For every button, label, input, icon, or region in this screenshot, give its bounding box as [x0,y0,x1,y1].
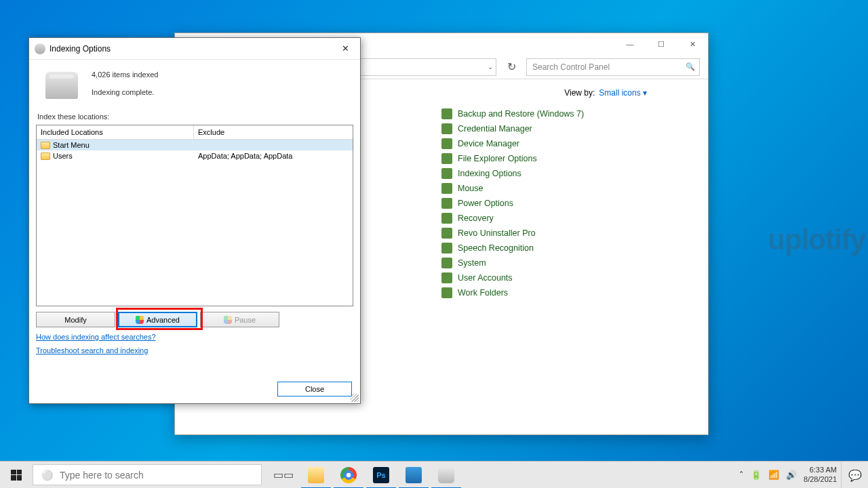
cp-item-icon [441,183,452,194]
cp-item-icon [441,138,452,149]
cp-item-label: Work Folders [458,288,508,298]
notification-button[interactable]: 💬 [841,462,868,488]
cp-item-label: Power Options [458,199,513,208]
tray-wifi-icon[interactable]: 📶 [768,470,779,480]
taskbar: ⚪ Type here to search ▭▭ Ps ˄ 🔋 📶 🔊 6:33… [0,461,868,488]
cp-item-label: Mouse [458,184,484,193]
indexing-options-dialog: Indexing Options ✕ 4,026 items indexed I… [28,37,361,404]
tray-date-text: 8/28/2021 [804,475,837,484]
folder-icon [41,152,50,160]
cp-item[interactable]: Device Manager [441,136,694,151]
taskbar-search-input[interactable]: ⚪ Type here to search [33,464,262,485]
viewby-dropdown[interactable]: Small icons ▾ [599,88,647,98]
search-icon: 🔍 [686,62,695,71]
cp-item-icon [441,123,452,134]
cp-item-label: Indexing Options [458,169,521,178]
cp-item[interactable]: Power Options [441,196,694,211]
table-row[interactable]: UsersAppData; AppData; AppData [37,150,353,161]
search-input[interactable]: Search Control Panel 🔍 [526,58,700,76]
shield-icon [224,316,232,324]
disk-icon [45,72,78,99]
cp-item[interactable]: Indexing Options [441,166,694,181]
taskbar-indexing-options[interactable] [430,462,462,489]
location-name: Users [53,152,73,160]
cp-item-label: Backup and Restore (Windows 7) [458,109,584,119]
pause-button-label: Pause [235,316,256,324]
location-name: Start Menu [53,141,90,149]
cp-item[interactable]: Speech Recognition [441,241,694,256]
tray-chevron-up-icon[interactable]: ˄ [739,470,744,480]
cp-item-icon [441,213,452,224]
cp-item-icon [441,153,452,164]
cp-item-label: File Explorer Options [458,154,537,163]
search-icon: ⚪ [41,470,53,481]
cp-item[interactable]: File Explorer Options [441,151,694,166]
cp-item-label: System [458,258,486,268]
viewby-label: View by: [564,88,595,98]
tray-time-text: 6:33 AM [804,466,837,474]
modify-button[interactable]: Modify [36,312,115,327]
cp-item-icon [441,108,452,119]
cp-item-label: Revo Uninstaller Pro [458,228,536,238]
task-view-button[interactable]: ▭▭ [267,462,300,489]
cp-item-label: User Accounts [458,273,513,283]
col-exclude-header[interactable]: Exclude [194,125,353,140]
indexing-status-text: Indexing complete. [92,88,158,96]
idx-titlebar: Indexing Options ✕ [29,38,360,60]
start-button[interactable] [0,462,33,488]
cp-item[interactable]: Backup and Restore (Windows 7) [441,106,694,121]
cp-item-icon [441,258,452,268]
cp-item[interactable]: System [441,256,694,270]
search-placeholder-text: Type here to search [60,470,144,481]
cp-item-icon [441,243,452,253]
indexing-dialog-icon [35,43,45,54]
locations-label: Index these locations: [37,113,353,121]
taskbar-file-explorer[interactable] [300,462,332,489]
system-tray: ˄ 🔋 📶 🔊 6:33 AM 8/28/2021 [735,462,841,488]
shield-icon [136,316,144,324]
exclude-cell [194,140,353,150]
cp-item[interactable]: Work Folders [441,285,694,300]
cp-item-icon [441,272,452,283]
taskbar-app4[interactable] [397,462,430,489]
taskbar-photoshop[interactable]: Ps [365,462,397,489]
advanced-button[interactable]: Advanced [118,312,197,327]
watermark-text: uplotify [768,224,865,256]
tray-battery-icon[interactable]: 🔋 [751,470,762,480]
cp-item-label: Speech Recognition [458,243,534,253]
cp-item-label: Recovery [458,214,494,223]
cp-item-icon [441,228,452,239]
cp-item[interactable]: Mouse [441,181,694,196]
dialog-title: Indexing Options [50,44,111,54]
tray-volume-icon[interactable]: 🔊 [786,470,797,480]
col-included-header[interactable]: Included Locations [37,125,194,140]
close-button[interactable]: Close [277,382,352,396]
troubleshoot-link[interactable]: Troubleshoot search and indexing [36,346,353,354]
cp-item[interactable]: Recovery [441,211,694,226]
advanced-button-label: Advanced [146,316,180,324]
table-row[interactable]: Start Menu [37,140,353,150]
how-indexing-link[interactable]: How does indexing affect searches? [36,333,353,341]
tray-clock[interactable]: 6:33 AM 8/28/2021 [804,466,837,483]
cp-item-label: Credential Manager [458,124,532,134]
folder-icon [41,142,50,149]
maximize-button[interactable]: ☐ [646,33,677,55]
indexing-status-block: 4,026 items indexed Indexing complete. [36,65,353,108]
exclude-cell: AppData; AppData; AppData [194,150,353,161]
refresh-button[interactable]: ↻ [502,58,521,76]
cp-item[interactable]: User Accounts [441,270,694,285]
windows-logo-icon [11,470,22,481]
path-dropdown-icon[interactable]: ⌄ [488,63,493,70]
pause-button: Pause [200,312,279,327]
resize-grip[interactable] [351,394,359,402]
cp-item[interactable]: Credential Manager [441,121,694,136]
dialog-close-button[interactable]: ✕ [336,41,355,56]
taskbar-chrome[interactable] [332,462,365,489]
items-indexed-text: 4,026 items indexed [92,70,158,79]
close-button[interactable]: ✕ [677,33,708,55]
locations-table: Included Locations Exclude Start MenuUse… [36,125,353,306]
minimize-button[interactable]: — [614,33,646,55]
cp-item-icon [441,287,452,298]
cp-item[interactable]: Revo Uninstaller Pro [441,226,694,241]
cp-item-label: Device Manager [458,139,519,148]
